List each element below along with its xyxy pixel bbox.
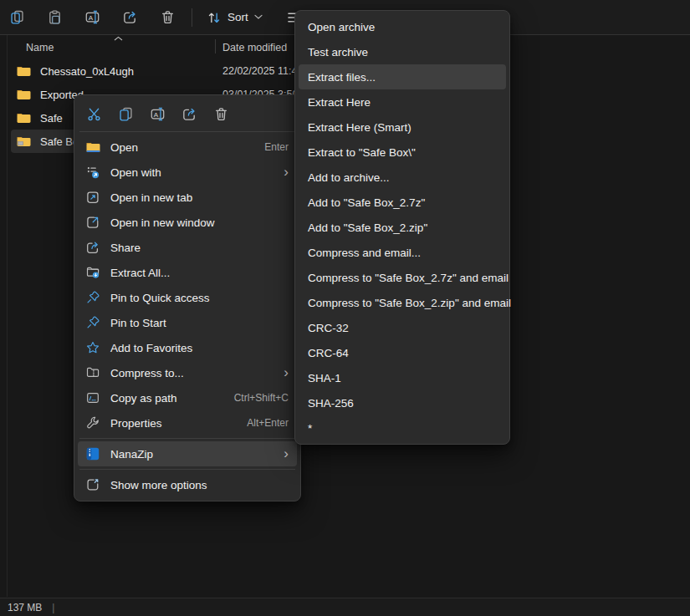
cut-button[interactable] xyxy=(80,101,107,126)
menu-item-copy-as-path[interactable]: Copy as path Ctrl+Shift+C xyxy=(78,385,297,410)
show-more-options-icon xyxy=(84,477,101,492)
svg-text:A: A xyxy=(88,14,93,22)
chevron-right-icon: › xyxy=(284,446,289,461)
extract-all-icon xyxy=(84,265,101,280)
menu-item-open-in-new-window[interactable]: Open in new window xyxy=(78,210,297,235)
star-icon xyxy=(84,340,101,355)
file-name: Chessato_0xL4ugh xyxy=(40,65,134,78)
sort-label: Sort xyxy=(227,11,248,23)
status-bar: 137 MB | xyxy=(0,598,690,616)
wrench-icon xyxy=(84,415,101,430)
menu-item-pin-to-quick-access[interactable]: Pin to Quick access xyxy=(78,285,297,310)
submenu-item-add-to-7z[interactable]: Add to "Safe Box_2.7z" xyxy=(299,190,506,215)
pin-icon xyxy=(84,290,101,305)
rename-icon: A xyxy=(150,106,166,122)
submenu-item-test-archive[interactable]: Test archive xyxy=(299,39,506,64)
menu-item-add-to-favorites[interactable]: Add to Favorites xyxy=(78,335,297,360)
delete-icon xyxy=(160,9,176,25)
zip-folder-icon xyxy=(16,135,32,148)
paste-button[interactable] xyxy=(40,5,69,30)
new-window-icon xyxy=(84,215,101,230)
sort-icon xyxy=(207,10,222,25)
nanazip-icon xyxy=(84,446,101,461)
submenu-item-compress-zip-email[interactable]: Compress to "Safe Box_2.zip" and email xyxy=(299,290,506,315)
copy-button[interactable] xyxy=(112,101,139,126)
folder-open-icon xyxy=(84,140,101,154)
menu-item-nanazip[interactable]: NanaZip › xyxy=(78,441,297,466)
share-icon xyxy=(84,240,101,255)
rename-button[interactable]: A xyxy=(144,101,171,126)
chevron-right-icon: › xyxy=(284,165,289,179)
copy-path-icon xyxy=(84,390,101,405)
sort-ascending-indicator xyxy=(114,36,123,41)
submenu-item-extract-here-smart[interactable]: Extract Here (Smart) xyxy=(299,115,506,140)
table-row[interactable]: Chessato_0xL4ugh 22/02/2025 11:44 xyxy=(11,59,296,83)
rename-icon: A xyxy=(84,9,100,25)
submenu-item-crc-64[interactable]: CRC-64 xyxy=(299,340,506,365)
copy-icon xyxy=(9,9,25,25)
svg-text:A: A xyxy=(153,110,158,118)
delete-button[interactable] xyxy=(153,5,181,30)
context-menu: A xyxy=(74,94,301,501)
shortcut-label: Alt+Enter xyxy=(247,417,289,429)
folder-icon xyxy=(16,64,32,78)
submenu-item-extract-here[interactable]: Extract Here xyxy=(299,89,506,115)
chevron-right-icon: › xyxy=(284,365,289,379)
file-name: Safe xyxy=(40,112,63,125)
share-icon xyxy=(181,106,197,122)
menu-item-share[interactable]: Share xyxy=(78,235,297,260)
submenu-item-extract-to[interactable]: Extract to "Safe Box\" xyxy=(299,140,506,165)
status-divider: | xyxy=(52,602,54,613)
quick-actions-row: A xyxy=(78,99,297,129)
copy-icon xyxy=(118,106,134,122)
menu-item-compress-to[interactable]: Compress to... › xyxy=(78,360,297,385)
pane-divider xyxy=(7,35,8,597)
toolbar-divider xyxy=(192,8,192,27)
nanazip-submenu: Open archive Test archive Extract files.… xyxy=(294,10,510,445)
compress-icon xyxy=(84,365,101,380)
submenu-item-add-to-zip[interactable]: Add to "Safe Box_2.zip" xyxy=(299,215,506,240)
submenu-item-asterisk[interactable]: * xyxy=(299,415,506,440)
submenu-item-sha-1[interactable]: SHA-1 xyxy=(299,365,506,390)
share-button[interactable] xyxy=(115,5,144,30)
open-with-icon xyxy=(84,165,101,180)
menu-item-extract-all[interactable]: Extract All... xyxy=(78,260,297,285)
menu-item-show-more-options[interactable]: Show more options xyxy=(78,472,297,497)
chevron-down-icon xyxy=(254,14,263,20)
menu-separator xyxy=(79,469,295,470)
submenu-item-add-to-archive[interactable]: Add to archive... xyxy=(299,165,506,190)
menu-item-pin-to-start[interactable]: Pin to Start xyxy=(78,310,297,335)
sort-dropdown[interactable]: Sort xyxy=(200,5,269,30)
submenu-item-compress-and-email[interactable]: Compress and email... xyxy=(299,240,506,265)
menu-separator xyxy=(79,438,295,439)
column-header-date-modified[interactable]: Date modified xyxy=(222,42,287,53)
delete-button[interactable] xyxy=(207,101,234,126)
item-size-text: 137 MB xyxy=(8,602,42,613)
shortcut-label: Ctrl+Shift+C xyxy=(234,392,289,404)
submenu-item-open-archive[interactable]: Open archive xyxy=(299,14,506,39)
cut-icon xyxy=(86,106,102,122)
delete-icon xyxy=(213,106,229,122)
submenu-item-crc-32[interactable]: CRC-32 xyxy=(299,315,506,340)
menu-item-open-with[interactable]: Open with › xyxy=(78,160,297,185)
share-button[interactable] xyxy=(176,101,202,126)
menu-item-open-in-new-tab[interactable]: Open in new tab xyxy=(78,185,297,210)
submenu-item-compress-7z-email[interactable]: Compress to "Safe Box_2.7z" and email xyxy=(299,265,506,290)
folder-icon xyxy=(16,111,32,125)
file-date: 22/02/2025 11:44 xyxy=(222,65,303,77)
menu-item-properties[interactable]: Properties Alt+Enter xyxy=(78,410,297,435)
pin-icon xyxy=(84,315,101,330)
paste-icon xyxy=(47,9,63,25)
submenu-item-extract-files[interactable]: Extract files... xyxy=(299,64,506,89)
column-header-name[interactable]: Name xyxy=(26,42,54,53)
shortcut-label: Enter xyxy=(264,141,289,153)
folder-icon xyxy=(16,88,32,101)
column-divider[interactable] xyxy=(215,39,216,53)
copy-button[interactable] xyxy=(3,5,31,30)
submenu-item-sha-256[interactable]: SHA-256 xyxy=(299,390,506,415)
new-tab-icon xyxy=(84,190,101,205)
menu-item-open[interactable]: Open Enter xyxy=(78,135,297,160)
rename-button[interactable]: A xyxy=(78,5,106,30)
menu-separator xyxy=(79,131,295,132)
share-icon xyxy=(122,9,138,25)
